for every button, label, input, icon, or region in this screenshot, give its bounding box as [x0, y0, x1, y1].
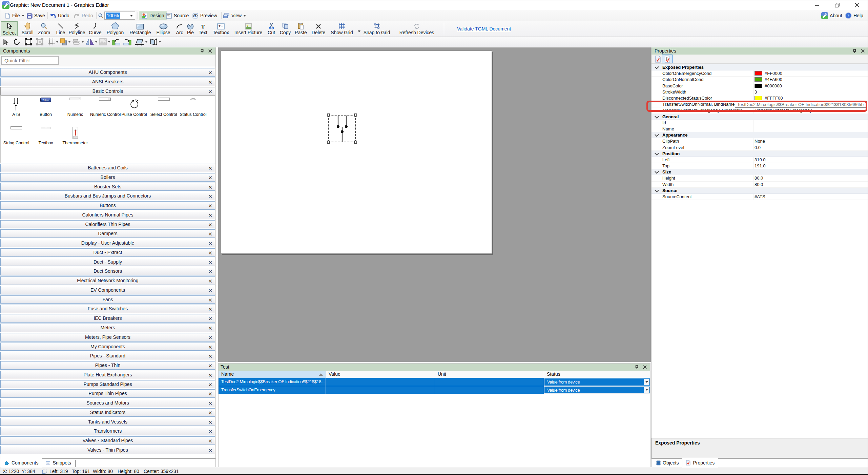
ungroup-button[interactable]	[36, 38, 44, 46]
property-row[interactable]: Exposed Properties	[652, 64, 868, 70]
category-bar[interactable]: ANSI Breakers ✕	[0, 78, 215, 86]
column-header-unit[interactable]: Unit	[435, 371, 544, 378]
property-value[interactable]: 80.0	[753, 175, 868, 181]
category-close-icon[interactable]: ✕	[208, 287, 212, 294]
category-close-icon[interactable]: ✕	[208, 399, 212, 407]
property-row[interactable]: General	[652, 114, 868, 120]
group-button[interactable]	[24, 38, 33, 46]
category-bar[interactable]: Calorifiers Thin Pipes ✕	[0, 220, 215, 229]
category-close-icon[interactable]: ✕	[208, 428, 212, 435]
category-close-icon[interactable]: ✕	[208, 334, 212, 342]
category-bar[interactable]: AHU Components ✕	[0, 68, 215, 77]
property-row[interactable]: Width 80.0 80.0	[652, 182, 868, 188]
category-close-icon[interactable]: ✕	[208, 259, 212, 266]
minimize-button[interactable]	[809, 0, 825, 10]
edit-points-button[interactable]	[2, 38, 9, 46]
category-close-icon[interactable]: ✕	[208, 221, 212, 229]
column-header-value[interactable]: Value	[326, 371, 435, 378]
category-bar[interactable]: EV Components ✕	[0, 286, 215, 294]
rotate-button[interactable]	[13, 38, 21, 46]
category-close-icon[interactable]: ✕	[208, 78, 212, 86]
property-row[interactable]: Size	[652, 169, 868, 175]
category-bar[interactable]: Pumps Standard Pipes ✕	[0, 380, 215, 389]
category-close-icon[interactable]: ✕	[208, 202, 212, 210]
property-row[interactable]: Left 319.0 319.0	[652, 157, 868, 163]
category-close-icon[interactable]: ✕	[208, 296, 212, 304]
category-close-icon[interactable]: ✕	[208, 437, 212, 445]
palette-item-select-control[interactable]: Select Control	[149, 97, 178, 117]
selection-handle-nw[interactable]	[327, 113, 330, 117]
category-bar[interactable]: Meters ✕	[0, 324, 215, 332]
test-table-row[interactable]: TestDoc2.Mircologic$$Breaker OF Indicati…	[219, 378, 650, 386]
category-close-icon[interactable]: ✕	[208, 211, 212, 219]
category-close-icon[interactable]: ✕	[208, 305, 212, 313]
category-bar[interactable]: Duct - Extract ✕	[0, 248, 215, 257]
flip-vertical-button[interactable]	[149, 38, 161, 46]
selection-handle-se[interactable]	[354, 141, 357, 144]
design-mode-button[interactable]: Design	[139, 11, 167, 20]
category-close-icon[interactable]: ✕	[208, 230, 212, 238]
property-value[interactable]: #ATS	[753, 194, 868, 200]
category-close-icon[interactable]: ✕	[208, 69, 212, 77]
property-value[interactable]	[753, 132, 868, 138]
category-bar[interactable]: Transformers ✕	[0, 427, 215, 435]
pin-icon[interactable]	[852, 48, 857, 54]
category-bar[interactable]: Booster Sets ✕	[0, 183, 215, 191]
category-bar[interactable]: Valves - Standard Pipes ✕	[0, 436, 215, 445]
category-close-icon[interactable]: ✕	[208, 192, 212, 200]
property-row[interactable]: Source	[652, 188, 868, 194]
category-close-icon[interactable]: ✕	[208, 343, 212, 351]
palette-item-textbox[interactable]: Textbox	[31, 125, 60, 145]
category-bar-expanded[interactable]: Basic Controls ✕	[0, 87, 215, 96]
undo-button[interactable]: Undo	[50, 10, 69, 21]
property-value[interactable]: 191.0	[753, 163, 868, 169]
palette-item-ats[interactable]: ATS	[2, 97, 31, 117]
category-close-icon[interactable]: ✕	[208, 164, 212, 172]
property-row[interactable]: ColorOnEmergencyCond #FF0000 #FF0000	[652, 70, 868, 77]
property-value[interactable]	[753, 126, 868, 132]
selection-box[interactable]	[328, 115, 356, 142]
palette-item-button[interactable]: Button Button	[31, 97, 60, 117]
close-button[interactable]	[849, 0, 865, 10]
skew-button[interactable]	[135, 38, 147, 46]
file-menu[interactable]: File	[5, 10, 24, 21]
category-close-icon[interactable]: ✕	[208, 390, 212, 398]
property-value[interactable]: None	[753, 138, 868, 144]
category-bar[interactable]: Pipes - Standard ✕	[0, 352, 215, 360]
quick-filter-input[interactable]	[1, 56, 59, 65]
rotate-right-button[interactable]	[123, 38, 132, 46]
category-bar[interactable]: Plate Heat Exchangers ✕	[0, 371, 215, 379]
category-bar[interactable]: Duct Sensors ✕	[0, 267, 215, 275]
cell-status[interactable]: Value from device	[544, 378, 650, 386]
property-value[interactable]: #FFFF00	[753, 95, 868, 101]
palette-item-numeric-control[interactable]: Numeric Control	[90, 97, 119, 117]
tab-objects[interactable]: Objects	[653, 458, 682, 467]
category-close-icon[interactable]: ✕	[208, 371, 212, 379]
property-row[interactable]: ZoomLevel 0.0 0.0	[652, 144, 868, 150]
category-bar[interactable]: Fuse and Switches ✕	[0, 305, 215, 313]
test-table-row[interactable]: TransferSwitchOnEmergency Value from dev…	[219, 386, 650, 394]
category-close-icon[interactable]: ✕	[208, 352, 212, 360]
property-value[interactable]	[753, 188, 868, 193]
pin-icon[interactable]	[200, 48, 205, 54]
category-bar[interactable]: Buttons ✕	[0, 201, 215, 210]
category-bar[interactable]: Tanks and Vessels ✕	[0, 418, 215, 426]
close-panel-icon[interactable]	[208, 48, 213, 54]
refresh-devices-button[interactable]: Refresh Devices	[398, 21, 435, 36]
palette-item-numeric[interactable]: Numeric	[61, 97, 90, 117]
column-header-status[interactable]: Status	[544, 371, 650, 378]
category-bar[interactable]: Valves - Thin Pipes ✕	[0, 446, 215, 454]
category-close-icon[interactable]: ✕	[208, 174, 212, 182]
property-row[interactable]: Name	[652, 126, 868, 132]
category-close-icon[interactable]: ✕	[208, 268, 212, 275]
property-row[interactable]: SourceContent #ATS #ATS	[652, 194, 868, 200]
property-row[interactable]: Id	[652, 120, 868, 126]
palette-item-string-control[interactable]: String Control	[2, 125, 31, 145]
property-value[interactable]	[753, 64, 868, 70]
category-bar[interactable]: Dampers ✕	[0, 229, 215, 238]
category-close-icon[interactable]: ✕	[208, 88, 212, 96]
category-bar[interactable]: Electrical Network Monitoring ✕	[0, 276, 215, 285]
picture-effects-button[interactable]	[99, 38, 110, 46]
property-row[interactable]: ClipPath None None	[652, 138, 868, 144]
category-bar[interactable]: Pipes - Thin ✕	[0, 361, 215, 370]
